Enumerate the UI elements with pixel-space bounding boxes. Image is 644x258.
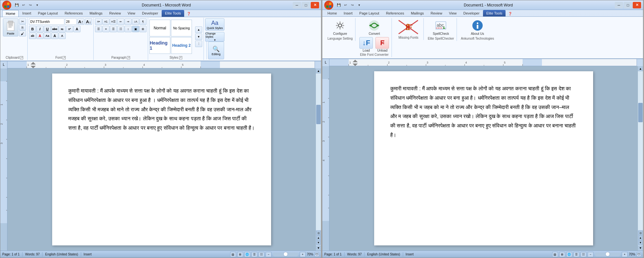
scroll-next-left[interactable]: ▼ — [316, 240, 321, 245]
maximize-btn-left[interactable]: □ — [302, 2, 310, 8]
quick-styles-btn[interactable]: Aa Quick Styles — [205, 18, 224, 31]
shield-icon-right[interactable]: 🛡 — [637, 252, 641, 257]
copy-button[interactable]: ⎘ — [19, 25, 26, 30]
view-outline-right[interactable]: ☰ — [573, 252, 579, 257]
borders-btn[interactable]: ⊞ — [139, 26, 147, 32]
font-size-input[interactable] — [65, 18, 77, 25]
tab-view-left[interactable]: View — [124, 10, 138, 17]
unload-btn[interactable]: F ✕ — [375, 37, 389, 49]
underline-btn[interactable]: U — [44, 26, 51, 32]
help-btn-left[interactable]: ❓ — [186, 11, 192, 16]
scroll-thumb-left[interactable] — [316, 105, 321, 124]
maximize-btn-right[interactable]: □ — [624, 2, 632, 8]
zoom-in-btn-left[interactable]: + — [300, 252, 306, 257]
scroll-prev-right[interactable]: ▲ — [638, 235, 643, 240]
redo-qa-btn[interactable]: ↪ — [27, 2, 33, 8]
multilevel-btn[interactable]: ≡☰ — [110, 18, 117, 25]
convert-btn[interactable]: Convert — [365, 19, 384, 36]
vscrollbar-left[interactable]: ▲ ◎ ▲ ▼ ▼ — [316, 68, 321, 251]
load-btn[interactable]: ↓F — [359, 37, 373, 49]
align-right-btn[interactable]: ☰ — [110, 26, 117, 32]
tab-home-right[interactable]: Home — [324, 10, 340, 16]
close-btn-left[interactable]: ✕ — [311, 2, 319, 8]
scroll-next-right[interactable]: ▼ — [638, 240, 643, 245]
save-qa-btn[interactable]: 💾 — [14, 2, 20, 8]
scroll-up-left[interactable]: ▲ — [316, 68, 321, 74]
tab-mailings-left[interactable]: Mailings — [86, 10, 106, 17]
insert-mode-left[interactable]: Insert — [84, 253, 92, 256]
paragraph-expander[interactable]: ↗ — [127, 56, 130, 59]
italic-btn[interactable]: I — [36, 26, 43, 32]
styles-up-btn[interactable]: ▲ — [195, 26, 202, 33]
increase-indent-btn[interactable]: ⇒ — [125, 18, 132, 25]
line-spacing-btn[interactable]: ↕ — [125, 26, 132, 32]
view-draft-left[interactable]: ☷ — [259, 252, 264, 257]
view-web-right[interactable]: 🌐 — [566, 252, 572, 257]
office-button-left[interactable] — [2, 1, 11, 10]
view-web-left[interactable]: 🌐 — [244, 252, 250, 257]
tab-review-left[interactable]: Review — [106, 10, 124, 17]
grow-shrink-a-btn[interactable]: A — [51, 33, 58, 39]
tab-home-left[interactable]: Home — [2, 10, 19, 17]
tab-references-right[interactable]: References — [383, 10, 407, 16]
about-btn[interactable]: About Us — [468, 19, 487, 36]
scroll-select-right[interactable]: ◎ — [638, 231, 643, 235]
styles-more-btn[interactable]: ⋮ — [195, 41, 202, 47]
cut-button[interactable]: ✂ — [19, 18, 26, 24]
zoom-out-btn-left[interactable]: − — [266, 252, 271, 257]
zoom-out-btn-right[interactable]: − — [588, 252, 593, 257]
editing-btn[interactable]: 🔍 Editing — [208, 42, 224, 59]
paste-button[interactable]: Paste — [3, 18, 18, 36]
tab-references-left[interactable]: References — [62, 10, 86, 17]
unload-btn-wrapper[interactable]: F ✕ Unload — [375, 37, 389, 53]
font-color-btn[interactable]: A — [36, 33, 43, 39]
styles-expander[interactable]: ↗ — [179, 56, 182, 59]
view-draft-right[interactable]: ☷ — [581, 252, 586, 257]
doc-page-left[interactable]: कुमारी मायावती : मैं आपके माध्यम से सत्त… — [52, 74, 271, 245]
styles-down-btn[interactable]: ▼ — [195, 34, 202, 40]
tab-insert-right[interactable]: Insert — [340, 10, 356, 16]
tab-page-layout-right[interactable]: Page Layout — [356, 10, 383, 16]
view-print-right[interactable]: ▤ — [552, 252, 558, 257]
tab-elite-tools-left[interactable]: Elite Tools — [162, 10, 184, 17]
shield-icon-left[interactable]: 🛡 — [315, 252, 319, 257]
scroll-track-right[interactable] — [638, 71, 643, 230]
scroll-select-left[interactable]: ◎ — [316, 231, 321, 235]
style-normal[interactable]: Normal — [149, 20, 170, 36]
office-button-right[interactable] — [324, 1, 333, 10]
insert-mode-right[interactable]: Insert — [406, 253, 414, 256]
decrease-font-btn[interactable]: A↓ — [85, 18, 92, 25]
doc-scroll-area-right[interactable]: कुमारी मायावती : मैं आपके माध्यम से सत्त… — [329, 66, 638, 251]
shrink-a-btn[interactable]: A — [59, 33, 66, 39]
undo-qa-btn[interactable]: ↩ — [21, 2, 26, 8]
minimize-btn-left[interactable]: ─ — [293, 2, 301, 8]
zoom-slider-left[interactable] — [273, 253, 298, 256]
scroll-track-left[interactable] — [316, 74, 321, 230]
close-btn-right[interactable]: ✕ — [633, 2, 641, 8]
help-btn-right[interactable]: ❓ — [507, 11, 513, 16]
undo-qa-btn-right[interactable]: ↩ — [343, 2, 348, 8]
load-btn-wrapper[interactable]: ↓F Load — [359, 37, 373, 53]
doc-page-right[interactable]: कुमारी मायावती : मैं आपके माध्यम से सत्त… — [374, 71, 593, 245]
doc-text-right[interactable]: कुमारी मायावती : मैं आपके माध्यम से सत्त… — [390, 84, 577, 140]
decrease-indent-btn[interactable]: ⇐ — [117, 18, 124, 25]
zoom-slider-right[interactable] — [595, 253, 620, 256]
shading-btn[interactable]: ▣ — [132, 26, 139, 32]
subscript-btn[interactable]: x₂ — [59, 26, 66, 32]
font-name-input[interactable] — [29, 18, 64, 25]
aa-btn[interactable]: Aa — [44, 33, 51, 39]
scroll-up-right[interactable]: ▲ — [638, 66, 643, 71]
align-left-btn[interactable]: ☰ — [95, 26, 102, 32]
superscript-btn[interactable]: x² — [66, 26, 73, 32]
dropdown-qa-btn[interactable]: ▾ — [34, 2, 40, 8]
scroll-down-left[interactable]: ▼ — [316, 245, 321, 251]
spellcheck-btn[interactable]: abc ✓ SpellCheck — [431, 19, 450, 36]
redo-qa-btn-right[interactable]: ↪ — [349, 2, 355, 8]
style-heading2[interactable]: Heading 2 — [171, 37, 192, 54]
tab-insert-left[interactable]: Insert — [19, 10, 34, 17]
change-styles-btn[interactable]: Change Styles ▾ — [205, 32, 224, 42]
text-highlight-btn[interactable]: ab — [29, 33, 36, 39]
bullets-btn[interactable]: ≡• — [95, 18, 102, 25]
tab-view-right[interactable]: View — [446, 10, 460, 16]
bold-btn[interactable]: B — [29, 26, 36, 32]
